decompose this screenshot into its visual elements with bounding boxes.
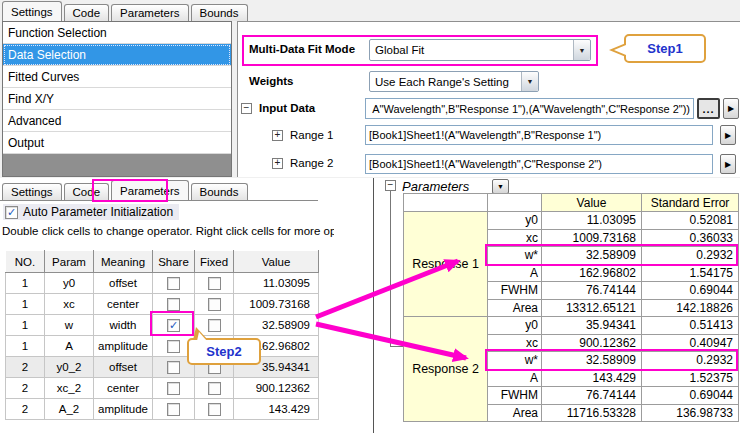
range2-label: Range 2 — [290, 157, 333, 169]
tab-settings-2[interactable]: Settings — [2, 183, 62, 200]
table-header-row: NO. Param Meaning Share Fixed Value — [6, 251, 319, 273]
value-cell[interactable]: 11.03095 — [234, 273, 319, 294]
list-item-data-selection[interactable]: Data Selection — [3, 44, 231, 66]
tab-settings[interactable]: Settings — [2, 1, 62, 21]
callout-tail-inner — [197, 332, 207, 341]
report-parameters-table: Value Standard Error Response 1 y0 11.03… — [403, 193, 739, 422]
report-header-empty — [404, 194, 488, 212]
report-row: Response 2 y0 35.94341 0.51413 — [404, 317, 739, 335]
tree-branch-line — [390, 191, 391, 347]
input-data-value: A"Wavelength",B"Response 1"),(A"Waveleng… — [372, 103, 690, 115]
fixed-checkbox[interactable] — [208, 277, 221, 290]
expand-toggle-range1[interactable]: + — [272, 130, 283, 141]
share-checkbox[interactable] — [167, 361, 180, 374]
list-item-find-xy[interactable]: Find X/Y — [3, 88, 231, 110]
multi-data-fit-mode-value: Global Fit — [375, 44, 424, 56]
data-selection-panel: Multi-Data Fit Mode Global Fit ▼ Step1 W… — [237, 21, 740, 177]
tab-code[interactable]: Code — [64, 4, 110, 21]
report-header-empty — [488, 194, 542, 212]
input-data-label: Input Data — [259, 102, 315, 114]
parameters-tabbar: Settings Code Parameters Bounds — [2, 180, 250, 200]
table-row: 1 xc center 1009.73168 — [6, 294, 319, 315]
col-header-share: Share — [153, 251, 195, 273]
col-header-meaning: Meaning — [94, 251, 153, 273]
report-title-dropdown-button[interactable]: ▼ — [492, 179, 509, 194]
report-collapse-toggle[interactable]: − — [385, 180, 396, 191]
tab-bounds[interactable]: Bounds — [191, 4, 248, 21]
auto-init-label: Auto Parameter Initialization — [23, 205, 173, 219]
fixed-checkbox[interactable] — [208, 382, 221, 395]
fixed-checkbox[interactable] — [208, 298, 221, 311]
settings-category-list: Function Selection Data Selection Fitted… — [2, 21, 232, 177]
auto-parameter-initialization-row: ✓ Auto Parameter Initialization — [3, 204, 179, 220]
col-header-value: Value — [234, 251, 319, 273]
col-header-no: NO. — [6, 251, 45, 273]
range2-flyout-button[interactable]: ▶ — [720, 154, 736, 174]
value-cell[interactable]: 32.58909 — [234, 315, 319, 336]
step2-callout: Step2 — [187, 338, 261, 365]
share-checkbox[interactable] — [167, 382, 180, 395]
table-row: 2 A_2 amplitude 143.429 — [6, 399, 319, 420]
tab-parameters-2[interactable]: Parameters — [111, 180, 188, 200]
response1-group-cell: Response 1 — [404, 212, 488, 317]
list-item-function-selection[interactable]: Function Selection — [3, 22, 231, 44]
value-cell[interactable]: 900.12362 — [234, 378, 319, 399]
report-header-value: Value — [542, 194, 642, 212]
tab-code-2[interactable]: Code — [64, 183, 110, 200]
table-row: 2 xc_2 center 900.12362 — [6, 378, 319, 399]
list-item-fitted-curves[interactable]: Fitted Curves — [3, 66, 231, 88]
input-data-flyout-button[interactable]: ▶ — [723, 98, 739, 119]
col-header-param: Param — [45, 251, 94, 273]
share-checkbox[interactable] — [167, 298, 180, 311]
share-checkbox-w[interactable]: ✓ — [167, 319, 180, 332]
response2-group-cell: Response 2 — [404, 317, 488, 422]
table-row-w: 1 w width ✓ 32.58909 — [6, 315, 319, 336]
range2-value: [Book1]Sheet1!(A"Wavelength",C"Response … — [369, 158, 602, 170]
weights-label: Weights — [249, 75, 294, 87]
fixed-checkbox[interactable] — [208, 403, 221, 416]
step1-label: Step1 — [647, 41, 682, 56]
multi-data-fit-mode-label: Multi-Data Fit Mode — [249, 43, 355, 55]
tree-branch-line — [390, 346, 403, 347]
report-section-title: Parameters — [402, 179, 469, 194]
expand-toggle-range2[interactable]: + — [272, 158, 283, 169]
collapse-toggle-input-data[interactable]: − — [241, 103, 252, 114]
value-cell[interactable]: 143.429 — [234, 399, 319, 420]
parameter-init-table: NO. Param Meaning Share Fixed Value 1 y0… — [5, 250, 319, 420]
share-checkbox[interactable] — [167, 403, 180, 416]
range1-label: Range 1 — [290, 129, 333, 141]
range1-value: [Book1]Sheet1!(A"Wavelength",B"Response … — [369, 129, 601, 141]
range1-flyout-button[interactable]: ▶ — [720, 125, 736, 145]
weights-dropdown[interactable]: Use Each Range's Setting ▼ — [369, 71, 539, 92]
report-header-stderr: Standard Error — [642, 194, 739, 212]
tab-parameters[interactable]: Parameters — [111, 4, 188, 21]
tabbar-underline — [0, 200, 318, 201]
share-checkbox[interactable] — [167, 277, 180, 290]
settings-tabbar: Settings Code Parameters Bounds — [2, 1, 250, 21]
col-header-fixed: Fixed — [195, 251, 234, 273]
report-panel-border — [373, 178, 374, 433]
auto-init-checkbox[interactable]: ✓ — [5, 206, 18, 219]
report-row: Response 1 y0 11.03095 0.52081 — [404, 212, 739, 230]
table-row: 1 A amplitude 162.96802 — [6, 336, 319, 357]
value-cell[interactable]: 1009.73168 — [234, 294, 319, 315]
multi-data-fit-mode-dropdown[interactable]: Global Fit ▼ — [369, 39, 591, 61]
parameter-table-hint: Double click cells to change operator. R… — [2, 225, 334, 237]
fixed-checkbox[interactable] — [208, 319, 221, 332]
weights-value: Use Each Range's Setting — [375, 76, 509, 88]
chevron-down-icon: ▼ — [521, 72, 538, 91]
callout-tail-inner — [614, 45, 626, 55]
range1-field[interactable]: [Book1]Sheet1!(A"Wavelength",B"Response … — [365, 125, 713, 145]
share-checkbox[interactable] — [167, 340, 180, 353]
table-row: 2 y0_2 offset 35.94341 — [6, 357, 319, 378]
chevron-down-icon: ▼ — [573, 40, 590, 60]
browse-button[interactable]: ... — [697, 98, 720, 119]
table-row: 1 y0 offset 11.03095 — [6, 273, 319, 294]
tab-bounds-2[interactable]: Bounds — [191, 183, 248, 200]
step2-label: Step2 — [206, 344, 241, 359]
range2-field[interactable]: [Book1]Sheet1!(A"Wavelength",C"Response … — [365, 154, 713, 174]
list-item-output[interactable]: Output — [3, 132, 231, 154]
input-data-field[interactable]: A"Wavelength",B"Response 1"),(A"Waveleng… — [365, 98, 694, 119]
step1-callout: Step1 — [624, 34, 706, 63]
list-item-advanced[interactable]: Advanced — [3, 110, 231, 132]
